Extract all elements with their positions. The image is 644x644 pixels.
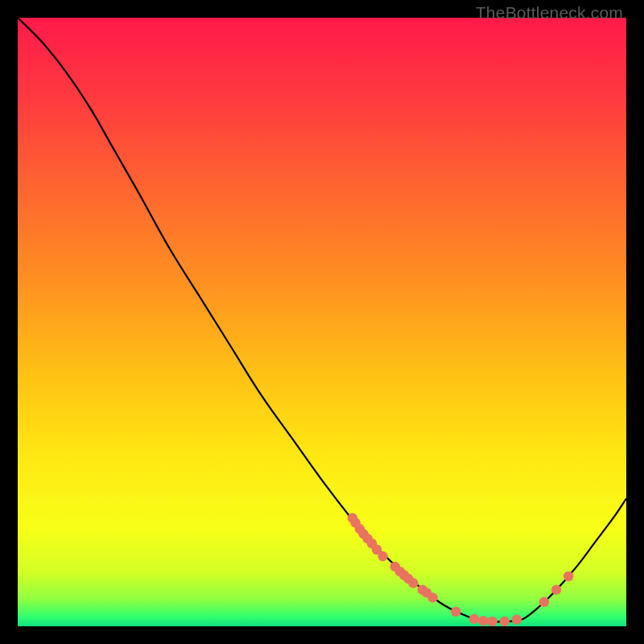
chart-svg bbox=[18, 18, 626, 626]
data-point bbox=[500, 617, 510, 626]
chart-plot-area bbox=[18, 18, 626, 626]
data-point bbox=[512, 614, 522, 624]
data-point bbox=[478, 616, 488, 625]
data-point bbox=[564, 572, 573, 581]
data-point bbox=[451, 607, 460, 617]
data-point bbox=[539, 597, 549, 607]
data-point bbox=[469, 614, 479, 624]
data-point bbox=[551, 584, 561, 594]
watermark-text: TheBottleneck.com bbox=[476, 3, 623, 23]
data-point bbox=[378, 551, 387, 561]
data-point bbox=[427, 592, 437, 602]
data-point bbox=[408, 578, 418, 588]
gradient-background bbox=[18, 18, 626, 626]
data-point bbox=[487, 617, 497, 626]
